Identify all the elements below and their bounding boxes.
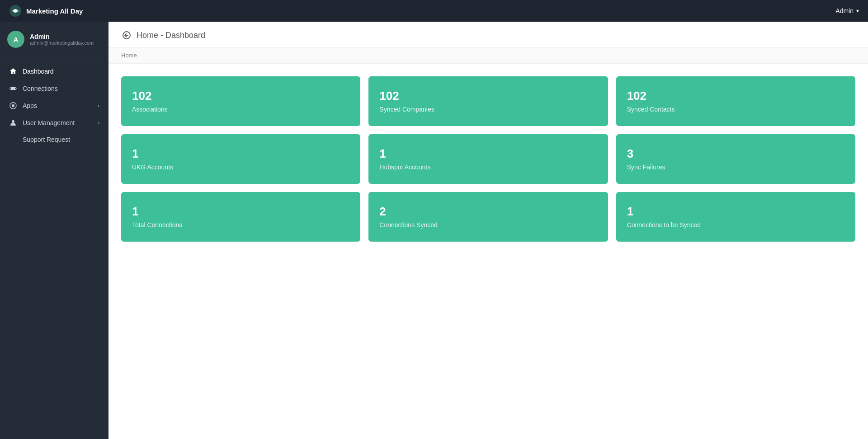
avatar: A: [7, 31, 24, 48]
sidebar-item-connections-label: Connections: [23, 85, 58, 92]
sidebar-item-dashboard-label: Dashboard: [23, 68, 54, 75]
sidebar-profile-email: admin@marketingallday.com: [30, 40, 94, 46]
house-icon: [9, 67, 17, 75]
top-nav: Marketing All Day Admin ▾: [0, 0, 868, 22]
logo-text: Marketing All Day: [26, 7, 83, 15]
breadcrumb: Home: [108, 47, 868, 64]
sidebar-item-apps[interactable]: Apps ›: [0, 97, 108, 114]
stat-label-hubspot-accounts: Hubspot Accounts: [379, 163, 597, 171]
sidebar-item-apps-label: Apps: [23, 102, 37, 109]
person-icon: [9, 119, 17, 127]
user-label: Admin: [835, 7, 854, 14]
stat-label-connections-to-be-synced: Connections to be Synced: [627, 221, 844, 229]
stat-card-sync-failures[interactable]: 3Sync Failures: [616, 134, 855, 184]
stat-card-connections-to-be-synced[interactable]: 1Connections to be Synced: [616, 192, 855, 242]
sidebar-nav: Dashboard Connections: [0, 57, 108, 153]
stat-number-connections-to-be-synced: 1: [627, 205, 844, 219]
stat-label-ukg-accounts: UKG Accounts: [132, 163, 349, 171]
logo-icon: [9, 5, 22, 17]
sidebar-item-user-management[interactable]: User Management ›: [0, 114, 108, 131]
page-header: Home - Dashboard: [108, 22, 868, 47]
main-content: Home - Dashboard Home 102Associations102…: [108, 22, 868, 439]
apps-icon: [9, 102, 17, 110]
stat-label-associations: Associations: [132, 106, 349, 113]
svg-point-6: [12, 120, 14, 123]
dashboard-content: 102Associations102Synced Companies102Syn…: [108, 64, 868, 254]
stat-number-synced-contacts: 102: [627, 89, 844, 103]
stat-card-synced-contacts[interactable]: 102Synced Contacts: [616, 76, 855, 126]
stat-number-sync-failures: 3: [627, 147, 844, 161]
stat-label-sync-failures: Sync Failures: [627, 163, 844, 171]
stat-label-synced-companies: Synced Companies: [379, 106, 597, 113]
chevron-right-icon: ›: [98, 103, 99, 108]
stat-label-synced-contacts: Synced Contacts: [627, 106, 844, 113]
sidebar-profile: A Admin admin@marketingallday.com: [0, 22, 108, 57]
sidebar-item-connections[interactable]: Connections: [0, 80, 108, 97]
chevron-right-icon: ›: [98, 120, 99, 126]
stat-label-total-connections: Total Connections: [132, 221, 349, 229]
stat-number-synced-companies: 102: [379, 89, 597, 103]
stat-card-total-connections[interactable]: 1Total Connections: [121, 192, 360, 242]
stat-label-connections-synced: Connections Synced: [379, 221, 597, 229]
svg-point-1: [14, 9, 17, 12]
stat-card-synced-companies[interactable]: 102Synced Companies: [368, 76, 608, 126]
stat-card-hubspot-accounts[interactable]: 1Hubspot Accounts: [368, 134, 608, 184]
sidebar-item-user-management-label: User Management: [23, 119, 75, 126]
sidebar-item-support[interactable]: Support Request: [0, 131, 108, 148]
logo: Marketing All Day: [9, 5, 83, 17]
stat-card-ukg-accounts[interactable]: 1UKG Accounts: [121, 134, 360, 184]
stat-card-connections-synced[interactable]: 2Connections Synced: [368, 192, 608, 242]
page-title: Home - Dashboard: [137, 31, 205, 40]
stat-number-total-connections: 1: [132, 205, 349, 219]
stat-number-associations: 102: [132, 89, 349, 103]
svg-point-5: [12, 104, 14, 107]
sidebar-item-dashboard[interactable]: Dashboard: [0, 63, 108, 80]
chevron-down-icon: ▾: [856, 8, 859, 14]
back-button[interactable]: [121, 30, 132, 41]
sidebar-profile-name: Admin: [30, 33, 94, 40]
sidebar-profile-info: Admin admin@marketingallday.com: [30, 33, 94, 46]
stat-number-hubspot-accounts: 1: [379, 147, 597, 161]
stat-number-ukg-accounts: 1: [132, 147, 349, 161]
link-icon: [9, 84, 17, 93]
stat-number-connections-synced: 2: [379, 205, 597, 219]
sidebar: A Admin admin@marketingallday.com Dashbo…: [0, 22, 108, 439]
stats-grid: 102Associations102Synced Companies102Syn…: [121, 76, 855, 242]
stat-card-associations[interactable]: 102Associations: [121, 76, 360, 126]
user-menu[interactable]: Admin ▾: [835, 7, 859, 14]
